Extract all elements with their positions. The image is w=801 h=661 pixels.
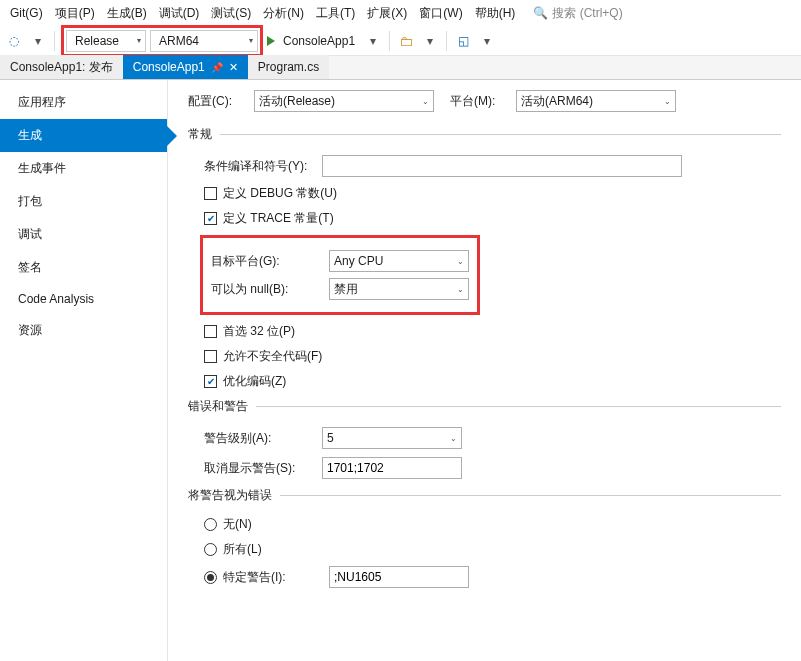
platform-label: 平台(M): bbox=[450, 93, 500, 110]
menu-analyze[interactable]: 分析(N) bbox=[257, 1, 310, 26]
start-debug-icon[interactable] bbox=[267, 36, 275, 46]
nullable-label: 可以为 null(B): bbox=[211, 281, 319, 298]
run-dropdown[interactable]: ▾ bbox=[363, 31, 383, 51]
menu-window[interactable]: 窗口(W) bbox=[413, 1, 468, 26]
optimize-checkbox-row[interactable]: ✔ 优化编码(Z) bbox=[204, 373, 781, 390]
sidebar-item-code-analysis[interactable]: Code Analysis bbox=[0, 284, 167, 314]
search-placeholder: 搜索 (Ctrl+Q) bbox=[552, 5, 622, 22]
sidebar-item-build[interactable]: 生成 bbox=[0, 119, 167, 152]
back-button[interactable]: ◌ bbox=[4, 31, 24, 51]
sidebar-item-resources[interactable]: 资源 bbox=[0, 314, 167, 347]
caret-icon[interactable]: ▾ bbox=[477, 31, 497, 51]
caret-icon[interactable]: ▾ bbox=[420, 31, 440, 51]
solution-platform-value: ARM64 bbox=[159, 34, 199, 48]
optimize-label: 优化编码(Z) bbox=[223, 373, 286, 390]
specific-warnings-input[interactable] bbox=[329, 566, 469, 588]
section-treat-as-errors: 将警告视为错误 bbox=[188, 487, 781, 504]
sidebar-item-application[interactable]: 应用程序 bbox=[0, 86, 167, 119]
tab-project-properties[interactable]: ConsoleApp1 📌 ✕ bbox=[123, 55, 248, 79]
content: 应用程序 生成 生成事件 打包 调试 签名 Code Analysis 资源 配… bbox=[0, 80, 801, 661]
target-platform-combo[interactable]: Any CPU ⌄ bbox=[329, 250, 469, 272]
conditional-symbols-input[interactable] bbox=[322, 155, 682, 177]
toolbar-separator bbox=[389, 31, 390, 51]
platform-value: 活动(ARM64) bbox=[521, 93, 593, 110]
pin-icon[interactable]: 📌 bbox=[211, 62, 223, 73]
trace-const-checkbox-row[interactable]: ✔ 定义 TRACE 常量(T) bbox=[204, 210, 781, 227]
sidebar: 应用程序 生成 生成事件 打包 调试 签名 Code Analysis 资源 bbox=[0, 80, 168, 661]
chevron-down-icon: ▾ bbox=[137, 36, 141, 45]
section-general: 常规 bbox=[188, 126, 781, 143]
radio-none-row[interactable]: 无(N) bbox=[204, 516, 781, 533]
radio-all-row[interactable]: 所有(L) bbox=[204, 541, 781, 558]
conditional-symbols-label: 条件编译和符号(Y): bbox=[204, 158, 312, 175]
menu-test[interactable]: 测试(S) bbox=[205, 1, 257, 26]
radio-checked-icon bbox=[204, 571, 217, 584]
warn-level-label: 警告级别(A): bbox=[204, 430, 312, 447]
sidebar-item-signing[interactable]: 签名 bbox=[0, 251, 167, 284]
document-tabs: ConsoleApp1: 发布 ConsoleApp1 📌 ✕ Program.… bbox=[0, 56, 801, 80]
menu-bar: Git(G) 项目(P) 生成(B) 调试(D) 测试(S) 分析(N) 工具(… bbox=[0, 0, 801, 26]
preview-icon[interactable]: ◱ bbox=[453, 31, 473, 51]
suppress-warnings-row: 取消显示警告(S): bbox=[204, 457, 781, 479]
unsafe-checkbox-row[interactable]: 允许不安全代码(F) bbox=[204, 348, 781, 365]
solution-platform-dropdown[interactable]: ARM64 ▾ bbox=[150, 30, 258, 52]
radio-all-label: 所有(L) bbox=[223, 541, 262, 558]
toolbar-separator bbox=[54, 31, 55, 51]
sidebar-item-build-events[interactable]: 生成事件 bbox=[0, 152, 167, 185]
platform-combo[interactable]: 活动(ARM64) ⌄ bbox=[516, 90, 676, 112]
checkbox-unchecked-icon bbox=[204, 350, 217, 363]
warn-level-value: 5 bbox=[327, 431, 334, 445]
forward-dropdown[interactable]: ▾ bbox=[28, 31, 48, 51]
menu-git[interactable]: Git(G) bbox=[4, 2, 49, 24]
nullable-combo[interactable]: 禁用 ⌄ bbox=[329, 278, 469, 300]
prefer32-label: 首选 32 位(P) bbox=[223, 323, 295, 340]
toolbar: ◌ ▾ Release ▾ ARM64 ▾ ConsoleApp1 ▾ 🗀 ▾ … bbox=[0, 26, 801, 56]
menu-help[interactable]: 帮助(H) bbox=[469, 1, 522, 26]
search-icon: 🔍 bbox=[533, 6, 548, 20]
chevron-down-icon: ▾ bbox=[249, 36, 253, 45]
sidebar-item-debug[interactable]: 调试 bbox=[0, 218, 167, 251]
chevron-down-icon: ⌄ bbox=[457, 285, 464, 294]
chevron-down-icon: ⌄ bbox=[450, 434, 457, 443]
trace-const-label: 定义 TRACE 常量(T) bbox=[223, 210, 334, 227]
solution-config-dropdown[interactable]: Release ▾ bbox=[66, 30, 146, 52]
radio-specific-row[interactable]: 特定警告(I): bbox=[204, 566, 781, 588]
debug-const-label: 定义 DEBUG 常数(U) bbox=[223, 185, 337, 202]
chevron-down-icon: ⌄ bbox=[422, 97, 429, 106]
menu-project[interactable]: 项目(P) bbox=[49, 1, 101, 26]
section-title-text: 错误和警告 bbox=[188, 398, 248, 415]
chevron-down-icon: ⌄ bbox=[457, 257, 464, 266]
warn-level-combo[interactable]: 5 ⌄ bbox=[322, 427, 462, 449]
prefer32-checkbox-row[interactable]: 首选 32 位(P) bbox=[204, 323, 781, 340]
toolbar-separator bbox=[446, 31, 447, 51]
tab-program-cs[interactable]: Program.cs bbox=[248, 55, 329, 79]
conditional-symbols-row: 条件编译和符号(Y): bbox=[204, 155, 781, 177]
run-target-label[interactable]: ConsoleApp1 bbox=[283, 34, 355, 48]
radio-none-label: 无(N) bbox=[223, 516, 252, 533]
config-platform-highlight: Release ▾ ARM64 ▾ bbox=[61, 25, 263, 57]
folder-icon[interactable]: 🗀 bbox=[396, 31, 416, 51]
config-platform-row: 配置(C): 活动(Release) ⌄ 平台(M): 活动(ARM64) ⌄ bbox=[188, 90, 781, 112]
menu-tools[interactable]: 工具(T) bbox=[310, 1, 361, 26]
close-icon[interactable]: ✕ bbox=[229, 61, 238, 74]
menu-build[interactable]: 生成(B) bbox=[101, 1, 153, 26]
target-platform-row: 目标平台(G): Any CPU ⌄ bbox=[211, 250, 469, 272]
suppress-warnings-input[interactable] bbox=[322, 457, 462, 479]
tab-label: ConsoleApp1 bbox=[133, 60, 205, 74]
menu-debug[interactable]: 调试(D) bbox=[153, 1, 206, 26]
tab-label: ConsoleApp1: 发布 bbox=[10, 59, 113, 76]
config-combo[interactable]: 活动(Release) ⌄ bbox=[254, 90, 434, 112]
radio-unchecked-icon bbox=[204, 518, 217, 531]
debug-const-checkbox-row[interactable]: 定义 DEBUG 常数(U) bbox=[204, 185, 781, 202]
search-box[interactable]: 🔍 搜索 (Ctrl+Q) bbox=[533, 5, 622, 22]
nullable-row: 可以为 null(B): 禁用 ⌄ bbox=[211, 278, 469, 300]
config-label: 配置(C): bbox=[188, 93, 238, 110]
menu-extensions[interactable]: 扩展(X) bbox=[361, 1, 413, 26]
tab-publish[interactable]: ConsoleApp1: 发布 bbox=[0, 55, 123, 79]
tab-label: Program.cs bbox=[258, 60, 319, 74]
radio-unchecked-icon bbox=[204, 543, 217, 556]
checkbox-unchecked-icon bbox=[204, 325, 217, 338]
sidebar-item-package[interactable]: 打包 bbox=[0, 185, 167, 218]
build-settings-panel: 配置(C): 活动(Release) ⌄ 平台(M): 活动(ARM64) ⌄ … bbox=[168, 80, 801, 661]
section-errors: 错误和警告 bbox=[188, 398, 781, 415]
